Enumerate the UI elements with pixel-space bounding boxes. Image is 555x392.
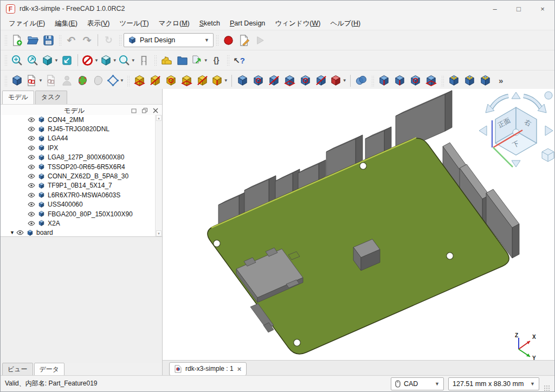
- create-sketch-button[interactable]: ▼: [25, 73, 43, 88]
- pocket-button[interactable]: [235, 73, 250, 88]
- tree-item-x2a[interactable]: X2A: [1, 219, 162, 228]
- visibility-eye-icon[interactable]: [28, 117, 35, 123]
- menu-macro[interactable]: マクロ(M): [154, 17, 195, 30]
- tab-tasks[interactable]: タスク: [35, 91, 67, 104]
- texture-view-button[interactable]: ▼: [100, 53, 117, 68]
- make-link-button[interactable]: ▼: [191, 53, 208, 68]
- tree-item-lga8_127p_800x600x80[interactable]: LGA8_127P_800X600X80: [1, 153, 162, 162]
- clipping-plane-button[interactable]: ▼: [81, 53, 99, 68]
- new-document-button[interactable]: [10, 33, 24, 48]
- menu-part-design[interactable]: Part Design: [225, 18, 270, 29]
- panel-float-icon[interactable]: [140, 107, 149, 114]
- fillet-button[interactable]: [377, 73, 391, 88]
- visibility-eye-icon[interactable]: [28, 155, 35, 160]
- create-body-button[interactable]: [10, 73, 24, 88]
- visibility-eye-icon[interactable]: [28, 202, 35, 207]
- macro-edit-button[interactable]: [237, 33, 251, 48]
- visibility-eye-icon[interactable]: [28, 126, 35, 132]
- open-document-button[interactable]: [25, 33, 40, 48]
- maximize-button[interactable]: □: [507, 1, 531, 17]
- additive-helix-button[interactable]: [195, 73, 210, 88]
- expression-editor-button[interactable]: {}: [209, 53, 224, 68]
- visibility-eye-icon[interactable]: [28, 221, 35, 226]
- menu-file[interactable]: ファイル(F): [4, 17, 50, 30]
- menu-tools[interactable]: ツール(T): [115, 17, 154, 30]
- minimize-button[interactable]: –: [483, 1, 507, 17]
- navcube-right-arrow[interactable]: [545, 126, 553, 136]
- expand-arrow-icon[interactable]: ▼: [8, 230, 16, 235]
- additive-pipe-button[interactable]: [179, 73, 194, 88]
- visibility-eye-icon[interactable]: [28, 183, 35, 188]
- view-isometric-button[interactable]: ▼: [41, 53, 59, 68]
- tree-item-board[interactable]: ▼board: [1, 228, 162, 237]
- workbench-selector[interactable]: Part Design▼: [124, 33, 214, 47]
- create-part-button[interactable]: [159, 53, 174, 68]
- subtractive-helix-button[interactable]: [314, 73, 328, 88]
- document-tab[interactable]: rdk-x3-simple : 1 ×: [169, 362, 247, 376]
- visibility-eye-icon[interactable]: [28, 136, 35, 141]
- boolean-operation-button[interactable]: [354, 73, 369, 88]
- visibility-eye-icon[interactable]: [28, 145, 35, 151]
- navcube-up-arrow[interactable]: [512, 92, 520, 99]
- menu-view[interactable]: 表示(V): [82, 17, 115, 30]
- redo-button[interactable]: ↷: [80, 33, 94, 48]
- pad-button[interactable]: [132, 73, 147, 88]
- thickness-button[interactable]: [424, 73, 438, 88]
- draft-button[interactable]: [408, 73, 423, 88]
- map-sketch-to-face-button[interactable]: [75, 73, 90, 88]
- toolbar-overflow-button[interactable]: »: [494, 73, 508, 88]
- subtractive-pipe-button[interactable]: [298, 73, 313, 88]
- tree-item-fbga200_80p_150x100x90[interactable]: FBGA200_80P_150X100X90: [1, 209, 162, 219]
- create-group-button[interactable]: [175, 53, 190, 68]
- sketch-viewer-button[interactable]: [60, 73, 74, 88]
- tree-scrollbar[interactable]: ▲ ▼: [155, 115, 162, 236]
- polar-pattern-button[interactable]: [478, 73, 493, 88]
- menu-windows[interactable]: ウィンドウ(W): [270, 17, 325, 30]
- tree-item-tssop20-0r65-6r5x6r4[interactable]: TSSOP20-0R65-6R5X6R4: [1, 162, 162, 171]
- additive-primitive-button[interactable]: ▼: [211, 73, 228, 88]
- tree-item-con4_2mm[interactable]: CON4_2MM: [1, 115, 162, 124]
- undo-button[interactable]: ↶: [64, 33, 79, 48]
- zoom-to-selection-button[interactable]: [25, 53, 40, 68]
- macro-play-button[interactable]: [253, 33, 267, 48]
- panel-close-icon[interactable]: [151, 107, 160, 114]
- navcube-down-arrow[interactable]: [512, 160, 520, 167]
- navcube-mini-cube[interactable]: [542, 149, 554, 162]
- edit-sketch-button[interactable]: [44, 73, 59, 88]
- tree-item-ipx[interactable]: IPX: [1, 143, 162, 152]
- additive-loft-button[interactable]: [164, 73, 178, 88]
- revolution-button[interactable]: [148, 73, 163, 88]
- menu-edit[interactable]: 編集(E): [50, 17, 82, 30]
- menu-sketch[interactable]: Sketch: [195, 18, 225, 29]
- visibility-eye-icon[interactable]: [28, 164, 35, 170]
- visibility-eye-icon[interactable]: [28, 192, 35, 198]
- measure-button[interactable]: [137, 53, 151, 68]
- fit-all-button[interactable]: [10, 53, 24, 68]
- tree-item-l6r6x7r0-mswa0603s[interactable]: L6R6X7R0-MSWA0603S: [1, 190, 162, 200]
- create-datum-button[interactable]: ▼: [107, 73, 124, 88]
- tree-item-uss400060[interactable]: USS400060: [1, 200, 162, 209]
- visibility-eye-icon[interactable]: [28, 173, 35, 179]
- close-button[interactable]: ×: [531, 1, 554, 17]
- resize-grip[interactable]: [544, 385, 550, 391]
- panel-restore-icon[interactable]: [130, 107, 138, 114]
- tree-item-tf9p1_0b14_5x14_7[interactable]: TF9P1_0B14_5X14_7: [1, 181, 162, 190]
- save-document-button[interactable]: [41, 33, 56, 48]
- sync-view-button[interactable]: [60, 53, 74, 68]
- subtractive-primitive-button[interactable]: ▼: [330, 73, 347, 88]
- chamfer-button[interactable]: [392, 73, 407, 88]
- scroll-up-icon[interactable]: ▲: [156, 115, 162, 121]
- groove-button[interactable]: [267, 73, 281, 88]
- whats-this-button[interactable]: ↖?: [232, 53, 247, 68]
- tab-close-icon[interactable]: ×: [237, 365, 242, 373]
- 3d-view-canvas[interactable]: 正面右下ZXY: [163, 89, 554, 361]
- navigation-style-selector[interactable]: CAD ▼: [391, 377, 444, 390]
- navcube-left-arrow[interactable]: [479, 126, 487, 136]
- navcube-menu-circle[interactable]: [545, 92, 552, 99]
- refresh-button[interactable]: ↻: [101, 33, 116, 48]
- mirrored-feature-button[interactable]: [447, 73, 461, 88]
- visibility-eye-icon[interactable]: [28, 211, 35, 217]
- hole-button[interactable]: [251, 73, 266, 88]
- tree-item-rj45-trjg0820dnl[interactable]: RJ45-TRJG0820DNL: [1, 124, 162, 133]
- zoom-tools-button[interactable]: ▼: [118, 53, 135, 68]
